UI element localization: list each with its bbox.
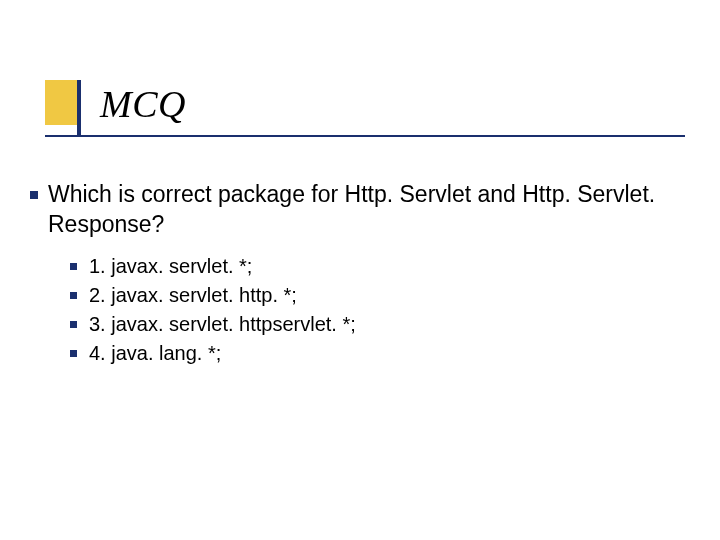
title-accent-box [45,80,80,125]
bullet-icon [70,321,77,328]
list-item: 2. javax. servlet. http. *; [70,284,356,307]
list-item: 3. javax. servlet. httpservlet. *; [70,313,356,336]
list-item: 1. javax. servlet. *; [70,255,356,278]
bullet-icon [30,191,38,199]
list-item: 4. java. lang. *; [70,342,356,365]
title-horizontal-rule [45,135,685,137]
bullet-icon [70,350,77,357]
title-vertical-rule [77,80,81,137]
option-text: 1. javax. servlet. *; [89,255,252,278]
bullet-icon [70,292,77,299]
option-text: 4. java. lang. *; [89,342,221,365]
option-text: 2. javax. servlet. http. *; [89,284,297,307]
question-block: Which is correct package for Http. Servl… [30,180,680,240]
option-text: 3. javax. servlet. httpservlet. *; [89,313,356,336]
question-text: Which is correct package for Http. Servl… [48,180,680,240]
options-list: 1. javax. servlet. *; 2. javax. servlet.… [70,255,356,371]
slide-title: MCQ [100,82,186,126]
bullet-icon [70,263,77,270]
